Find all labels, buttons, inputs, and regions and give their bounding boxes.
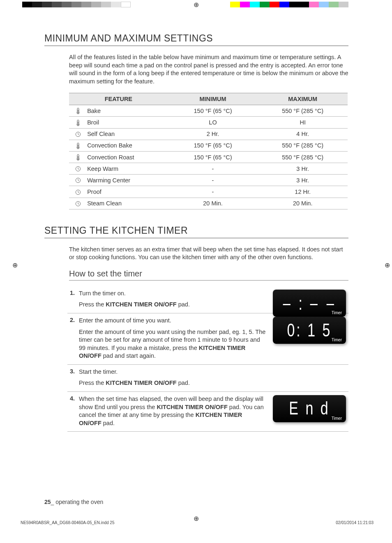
row-max: 4 Hr.: [258, 128, 348, 140]
step-title: Turn the timer on.: [79, 290, 266, 298]
svg-point-9: [78, 159, 79, 160]
registration-mark-icon: ⊕: [12, 261, 18, 269]
row-min: 2 Hr.: [168, 128, 258, 140]
printer-color-bars: ⊕: [0, 0, 392, 9]
row-icon-cell: [69, 117, 87, 128]
row-icon-cell: [69, 198, 87, 209]
table-row: Keep Warm-3 Hr.: [69, 163, 348, 175]
table-row: Steam Clean20 Min.20 Min.: [69, 198, 348, 209]
step-detail: Enter the amount of time you want using …: [79, 328, 266, 360]
svg-point-7: [78, 147, 79, 148]
header-minimum: MINIMUM: [168, 93, 258, 105]
section-title-timer: SETTING THE KITCHEN TIMER: [44, 225, 348, 238]
minmax-table: FEATURE MINIMUM MAXIMUM Bake150 °F (65 °…: [69, 93, 348, 209]
section-intro-minmax: All of the features listed in the table …: [69, 53, 348, 85]
row-max: 3 Hr.: [258, 175, 348, 186]
row-feature: Keep Warm: [87, 163, 168, 175]
thermometer-icon: [75, 119, 81, 125]
row-min: 150 °F (65 °C): [168, 140, 258, 151]
table-row: Warming Center-3 Hr.: [69, 175, 348, 186]
step-number: 3.: [67, 368, 75, 375]
section-intro-timer: The kitchen timer serves as an extra tim…: [69, 246, 348, 262]
table-row: Convection Roast150 °F (65 °C)550 °F (28…: [69, 151, 348, 163]
page-content: MINIMUM AND MAXIMUM SETTINGS All of the …: [44, 33, 348, 432]
step-item: 2.Enter the amount of time you want.Ente…: [67, 313, 348, 365]
row-icon-cell: [69, 128, 87, 140]
row-icon-cell: [69, 163, 87, 175]
svg-point-2: [78, 124, 79, 125]
indd-timestamp: 02/01/2014 11:21:03: [336, 520, 374, 525]
thermometer-icon: [75, 154, 81, 160]
oven-display: E n dTimer: [273, 395, 346, 422]
page-section-label: _ operating the oven: [51, 499, 104, 505]
table-row: Self Clean2 Hr.4 Hr.: [69, 128, 348, 140]
table-row: BroilLOHI: [69, 117, 348, 128]
display-value: E n d: [289, 398, 330, 419]
step-item: 4.When the set time has elapsed, the ove…: [67, 392, 348, 432]
svg-point-0: [78, 112, 79, 113]
row-icon-cell: [69, 140, 87, 151]
svg-line-6: [78, 134, 79, 135]
header-feature: FEATURE: [69, 93, 168, 105]
row-max: 550 °F (285 °C): [258, 105, 348, 117]
oven-display: ‒ : ‒ ‒Timer: [273, 290, 346, 317]
row-feature: Convection Roast: [87, 151, 168, 163]
row-icon-cell: [69, 151, 87, 163]
clock-icon: [75, 131, 81, 137]
step-item: 1.Turn the timer on.Press the KITCHEN TI…: [67, 286, 348, 313]
row-icon-cell: [69, 105, 87, 117]
svg-line-16: [78, 180, 79, 181]
table-row: Proof-12 Hr.: [69, 186, 348, 198]
display-value: 0: 1 5: [287, 320, 332, 341]
thermometer-icon: [75, 142, 81, 149]
cmyk-ramp: [230, 2, 348, 7]
row-min: 20 Min.: [168, 198, 258, 209]
row-max: 550 °F (285 °C): [258, 140, 348, 151]
step-title: Start the timer.: [79, 368, 348, 376]
page-number-footer: 25_ operating the oven: [44, 499, 103, 505]
display-value: ‒ : ‒ ‒: [282, 292, 337, 314]
header-maximum: MAXIMUM: [258, 93, 348, 105]
row-icon-cell: [69, 186, 87, 198]
row-feature: Steam Clean: [87, 198, 168, 209]
clock-icon: [75, 177, 81, 183]
subsection-title-howto: How to set the timer: [69, 269, 348, 281]
row-min: -: [168, 163, 258, 175]
row-feature: Self Clean: [87, 128, 168, 140]
svg-line-13: [78, 169, 79, 170]
row-max: 20 Min.: [258, 198, 348, 209]
row-feature: Broil: [87, 117, 168, 128]
indd-filename: NE594R0ABSR_AA_DG68-00460A-05_EN.indd 25: [21, 520, 114, 525]
row-feature: Bake: [87, 105, 168, 117]
table-row: Convection Bake150 °F (65 °C)550 °F (285…: [69, 140, 348, 151]
row-min: 150 °F (65 °C): [168, 105, 258, 117]
table-row: Bake150 °F (65 °C)550 °F (285 °C): [69, 105, 348, 117]
registration-mark-icon: ⊕: [385, 261, 390, 269]
registration-mark-icon: ⊕: [194, 515, 199, 522]
gray-ramp: [22, 2, 131, 7]
row-min: LO: [168, 117, 258, 128]
row-max: HI: [258, 117, 348, 128]
clock-icon: [75, 165, 81, 172]
step-number: 2.: [67, 317, 75, 323]
row-min: -: [168, 175, 258, 186]
step-body: Start the timer.Press the KITCHEN TIMER …: [79, 368, 348, 387]
step-number: 4.: [67, 395, 75, 402]
step-number: 1.: [67, 290, 75, 296]
row-min: 150 °F (65 °C): [168, 151, 258, 163]
row-feature: Warming Center: [87, 175, 168, 186]
step-title: Enter the amount of time you want.: [79, 317, 266, 325]
step-detail: When the set time has elapsed, the oven …: [79, 395, 266, 427]
clock-icon: [75, 200, 81, 207]
oven-display: 0: 1 5Timer: [273, 317, 346, 344]
svg-line-19: [78, 192, 79, 193]
row-max: 12 Hr.: [258, 186, 348, 198]
row-feature: Proof: [87, 186, 168, 198]
clock-icon: [75, 188, 81, 195]
row-max: 550 °F (285 °C): [258, 151, 348, 163]
display-label: Timer: [332, 338, 342, 342]
step-detail: Press the KITCHEN TIMER ON/OFF pad.: [79, 301, 266, 309]
page-number: 25: [44, 499, 51, 505]
row-feature: Convection Bake: [87, 140, 168, 151]
display-label: Timer: [332, 416, 342, 421]
